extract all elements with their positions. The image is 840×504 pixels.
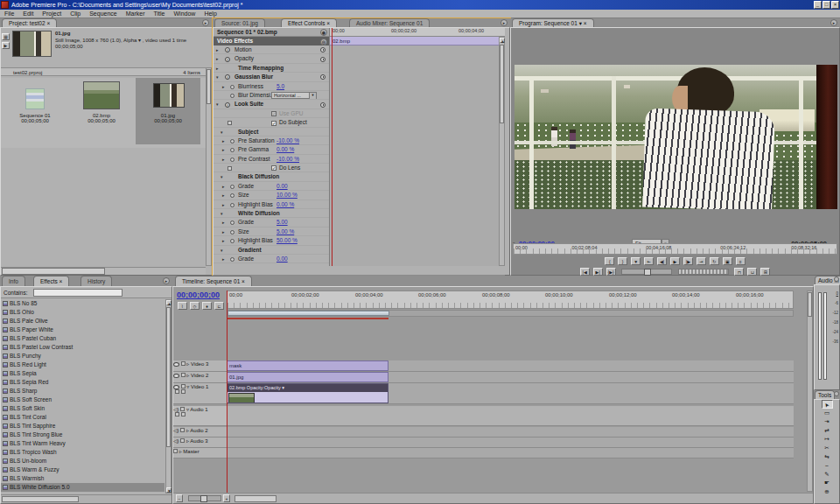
group-row-gradient[interactable]: ▾Gradient — [214, 246, 329, 255]
tab-audio-mixer[interactable]: Audio Mixer: Sequence 01 — [349, 18, 430, 27]
param-value[interactable]: 50.00 % — [276, 236, 298, 245]
track-header-video3[interactable]: ▹ Video 3 — [173, 360, 227, 372]
ripple-edit-tool[interactable]: ⇥ — [822, 417, 833, 426]
toggle-animation-icon[interactable] — [230, 230, 234, 234]
panel-menu-icon[interactable]: ▸ — [163, 277, 170, 284]
speaker-icon[interactable]: ◁) — [173, 438, 179, 444]
param-value[interactable]: 5.00 % — [276, 228, 294, 236]
ec-vertical-scrollbar[interactable]: ▲ — [499, 37, 505, 266]
tab-close-icon[interactable]: × — [46, 20, 50, 26]
twirl-icon[interactable]: ▾ — [220, 209, 223, 218]
param-value[interactable]: 10.00 % — [276, 191, 298, 200]
menu-marker[interactable]: Marker — [122, 10, 150, 18]
effect-list-item[interactable]: BLS Tint Warm Heavy — [1, 439, 164, 448]
track-audio1[interactable] — [227, 406, 794, 426]
effect-list-item[interactable]: BLS Tint Sapphire — [1, 422, 164, 430]
track-header-audio1[interactable]: ◁) ▿ Audio 1 — [173, 406, 227, 426]
set-display-style-icon[interactable] — [175, 389, 179, 394]
menu-clip[interactable]: Clip — [66, 10, 85, 18]
menu-title[interactable]: Title — [150, 10, 170, 18]
param-row-do-subject[interactable]: ✓Do Subject — [214, 118, 329, 127]
tab-close-icon[interactable]: × — [242, 278, 245, 284]
tab-timeline[interactable]: Timeline: Sequence 01 × — [175, 276, 252, 286]
stopwatch-icon[interactable] — [320, 102, 326, 108]
twirl-icon[interactable]: ▸ — [216, 54, 219, 63]
effect-list-item[interactable]: BLS Pale Olive — [1, 317, 164, 326]
toggle-animation-icon[interactable] — [230, 193, 234, 198]
menu-edit[interactable]: Edit — [18, 10, 38, 18]
toggle-animation-icon[interactable] — [230, 85, 234, 89]
toggle-animation-icon[interactable] — [230, 185, 234, 189]
group-row-black-diffusion[interactable]: ▾Black Diffusion — [214, 172, 329, 181]
step-back-button[interactable]: ◀| — [657, 257, 667, 265]
twirl-icon[interactable]: ▸ — [222, 191, 225, 200]
set-in-point-button[interactable]: { — [605, 257, 614, 265]
param-value[interactable]: 5.0 — [276, 82, 284, 91]
play-in-to-out-button[interactable]: {▶} — [606, 268, 616, 276]
checkbox-icon[interactable]: ✓ — [271, 121, 276, 126]
checkbox-icon[interactable]: ✓ — [271, 111, 276, 116]
play-preview-button[interactable]: ▶ — [2, 42, 10, 49]
param-row-size[interactable]: ▸Size10.00 % — [214, 191, 329, 200]
snap-toggle-icon[interactable]: ⌇ — [178, 302, 187, 310]
param-row-size[interactable]: ▸Size5.00 % — [214, 228, 329, 236]
tab-close-icon[interactable]: × — [60, 278, 63, 284]
effect-row-look-suite[interactable]: ▾fLook Suite — [214, 100, 329, 108]
show-hide-timeline-icon[interactable]: ◉ — [320, 29, 327, 36]
work-area-bar[interactable] — [228, 311, 389, 316]
menu-help[interactable]: Help — [200, 10, 220, 18]
param-value[interactable]: 5.00 — [276, 218, 288, 227]
effects-search-input[interactable] — [33, 289, 122, 297]
trim-button[interactable]: ⊞ — [760, 268, 770, 276]
ec-timeline-ruler[interactable]: 00;00 00;00;02;00 00;00;04;00 — [330, 28, 505, 37]
param-row-grade[interactable]: ▸Grade5.00 — [214, 218, 329, 227]
lock-icon[interactable] — [181, 361, 186, 366]
maximize-button[interactable]: □ — [822, 1, 830, 9]
project-horizontal-scrollbar[interactable] — [1, 267, 206, 275]
track-header-audio2[interactable]: ◁) ▹ Audio 2 — [173, 427, 227, 438]
track-header-audio3[interactable]: ◁) ▹ Audio 3 — [173, 438, 227, 448]
tab-source[interactable]: Source: 01.jpg — [214, 18, 265, 27]
param-row-use-gpu[interactable]: ✓Use GPU — [214, 109, 329, 118]
blur-dimensions-dropdown[interactable]: Horizontal ...▼ — [271, 92, 317, 99]
play-button[interactable]: ▶ — [670, 257, 680, 265]
effect-list-item[interactable]: BLS Punchy — [1, 352, 164, 360]
twirl-icon[interactable]: ▸ — [222, 182, 225, 191]
twirl-icon[interactable]: ▸ — [222, 255, 225, 263]
tab-history[interactable]: History — [80, 276, 112, 286]
effect-list-item[interactable]: BLS Tint Strong Blue — [1, 430, 164, 439]
menu-sequence[interactable]: Sequence — [85, 10, 122, 18]
slip-tool[interactable]: ⇆ — [822, 452, 833, 461]
checkbox-icon[interactable]: ✓ — [271, 165, 276, 171]
effect-row-motion[interactable]: ▸fMotion — [214, 46, 329, 54]
twirl-icon[interactable]: ▸ — [222, 218, 225, 227]
effect-list-item[interactable]: BLS Sepia Red — [1, 378, 164, 387]
panel-menu-icon[interactable] — [834, 391, 839, 396]
param-row-grade[interactable]: ▸Grade0.00 — [214, 255, 329, 263]
clip-mask[interactable]: mask — [227, 360, 388, 371]
menu-file[interactable]: File — [0, 10, 18, 18]
effect-row-opacity[interactable]: ▸fOpacity — [214, 54, 329, 63]
rolling-edit-tool[interactable]: ⇄ — [822, 426, 833, 435]
param-row-highlight-bias[interactable]: ▸Highlight Bias0.00 % — [214, 200, 329, 209]
stopwatch-icon[interactable] — [320, 74, 326, 80]
tab-close-icon[interactable]: × — [584, 20, 587, 26]
timeline-vertical-scrollbar[interactable] — [807, 290, 813, 492]
clip-01jpg[interactable]: 01.jpg — [227, 372, 388, 382]
track-header-video1[interactable]: ▿ Video 1 — [173, 383, 227, 404]
param-row-blur-dimensions[interactable]: Blur Dimensi...Horizontal ...▼ — [214, 91, 329, 100]
track-audio3[interactable] — [227, 438, 794, 448]
toggle-animation-icon[interactable] — [230, 139, 234, 144]
output-button[interactable]: ≡ — [736, 257, 746, 265]
tab-tools[interactable]: Tools — [815, 390, 835, 399]
go-to-next-edit-button[interactable]: ▶| — [593, 268, 603, 276]
toggle-animation-icon[interactable] — [230, 220, 234, 225]
project-item-02bmp[interactable]: 02.bmp 00;00;05;00 — [69, 78, 134, 144]
timeline-zoom-slider[interactable] — [188, 495, 221, 501]
close-button[interactable]: × — [831, 1, 839, 9]
effect-list-item[interactable]: BLS Soft Skin — [1, 404, 164, 413]
reset-box-icon[interactable] — [228, 166, 232, 171]
lock-icon[interactable] — [180, 438, 185, 443]
edit-workspace-icon[interactable]: ⊏ — [214, 302, 224, 310]
ec-clip-bar[interactable]: 02.bmp — [330, 37, 505, 46]
